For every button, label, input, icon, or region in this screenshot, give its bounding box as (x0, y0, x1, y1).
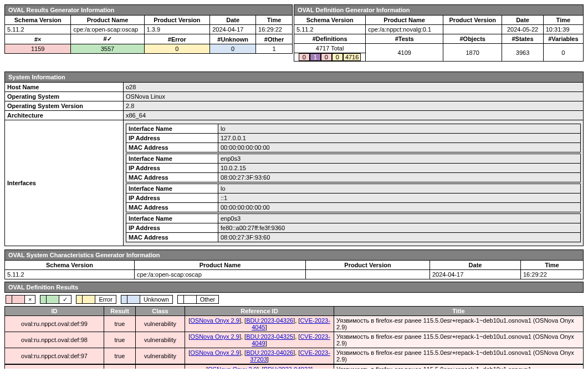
val-version (306, 270, 430, 279)
legend-other-label: Other (197, 296, 219, 303)
legend-error-label: Error (95, 296, 115, 303)
count-unknown: 0 (210, 44, 256, 54)
col-count-check: #✓ (71, 34, 144, 44)
mini-c: 0 (321, 53, 332, 61)
legend-unknown: Unknown (121, 295, 173, 304)
col-date: Date (502, 16, 543, 25)
col-ref: Reference ID (185, 307, 334, 316)
iface-ip-key: IP Address (126, 194, 218, 203)
arch-val: x86_64 (124, 111, 584, 120)
iface-name-key: Interface Name (126, 154, 218, 164)
mini-counts: 0 1 0 0 4716 (294, 53, 365, 61)
col-objects: #Objects (443, 34, 502, 44)
ref-link[interactable]: BDU:2023-04026 (246, 349, 293, 356)
iface-mac-val: 00:00:00:00:00:00 (218, 143, 581, 152)
iface-name-key: Interface Name (126, 184, 218, 194)
partial-refs: [OSNova Onyx 2.9], [BDU:2023-04023] (185, 365, 334, 369)
ref-link[interactable]: BDU:2023-04325 (246, 333, 293, 340)
col-defs: #Definitions (294, 34, 366, 44)
col-version: Product Version (443, 16, 502, 25)
legend-x-label: × (25, 296, 35, 303)
results-partial-row: [OSNova Onyx 2.9], [BDU:2023-04023] Уязв… (4, 364, 584, 369)
val-date: 2024-05-22 (502, 25, 543, 34)
iface-name-val: enp0s3 (218, 214, 581, 223)
host-key: Host Name (5, 83, 124, 92)
val-time: 16:29:22 (521, 270, 584, 279)
iface-table: Interface Name lo IP Address 127.0.0.1 M… (126, 124, 581, 152)
col-result: Result (104, 307, 136, 316)
iface-mac-key: MAC Address (126, 143, 218, 152)
partial-id (5, 365, 104, 369)
swatch-yellow2 (83, 296, 95, 303)
partial-result (104, 365, 136, 369)
col-states: #States (502, 34, 543, 44)
iface-mac-key: MAC Address (126, 203, 218, 212)
val-schema: 5.11.2 (5, 270, 135, 279)
col-time: Time (543, 16, 583, 25)
ref-link[interactable]: BDU:2023-04023 (264, 366, 311, 369)
row-class: vulnerability (136, 316, 185, 332)
mini-d: 0 (332, 53, 343, 61)
iface-ip-val: 10.0.2.15 (218, 164, 581, 173)
system-info-title: System Information (5, 72, 584, 83)
iface-name-val: lo (218, 184, 581, 194)
iface-name-val: enp0s3 (218, 154, 581, 164)
val-version (443, 25, 502, 34)
ref-link[interactable]: OSNova Onyx 2.9 (190, 349, 239, 356)
col-date: Date (210, 16, 256, 25)
iface-table: Interface Name enp0s3 IP Address 10.0.2.… (126, 154, 581, 182)
row-result: true (104, 316, 136, 332)
ifaces-cell: Interface Name lo IP Address 127.0.0.1 M… (124, 120, 584, 246)
iface-name-val: lo (218, 124, 581, 134)
swatch-blue2 (127, 296, 140, 303)
swatch-blue (121, 296, 127, 303)
iface-mac-key: MAC Address (126, 173, 218, 182)
mini-e: 4716 (343, 53, 361, 61)
legend-error: Error (76, 295, 116, 304)
count-other: 1 (256, 44, 293, 54)
legend-other: Other (177, 295, 219, 304)
count-vars: 0 (543, 44, 583, 62)
val-time: 10:31:39 (543, 25, 583, 34)
iface-name-key: Interface Name (126, 214, 218, 223)
swatch-pink (6, 296, 12, 303)
val-product: cpe:/a:open-scap:oscap (135, 270, 306, 279)
col-schema: Schema Version (294, 16, 366, 25)
partial-title: Уязвимость в firefox-esr ранее 115.5.0es… (334, 365, 584, 369)
ref-link[interactable]: OSNova Onyx 2.9 (208, 366, 257, 369)
ref-link[interactable]: OSNova Onyx 2.9 (190, 317, 239, 324)
row-refs: [OSNova Onyx 2.9], [BDU:2023-04325], [CV… (185, 332, 334, 348)
mini-b: 1 (310, 53, 321, 61)
val-date: 2024-04-17 (210, 25, 256, 34)
col-schema: Schema Version (5, 16, 71, 25)
ref-link[interactable]: OSNova Onyx 2.9 (190, 333, 239, 340)
syschar-title: OVAL System Characteristics Generator In… (5, 250, 584, 261)
iface-mac-val: 08:00:27:3F:93:60 (218, 233, 581, 242)
col-id: ID (5, 307, 104, 316)
col-version: Product Version (144, 16, 210, 25)
val-product: cpe:/a:open-scap:oscap (71, 25, 144, 34)
col-vars: #Variables (543, 34, 583, 44)
legend-unknown-label: Unknown (140, 296, 172, 303)
host-val: o28 (124, 83, 584, 92)
defresults-title: OVAL Definition Results (4, 282, 584, 293)
syschar-table: OVAL System Characteristics Generator In… (4, 249, 584, 279)
legend-check-label: ✓ (59, 296, 71, 303)
result-row: oval:ru.nppct.oval:def:97 true vulnerabi… (5, 348, 584, 364)
iface-table: Interface Name enp0s3 IP Address fe80::a… (126, 213, 581, 242)
os-val: OSNova Linux (124, 92, 584, 101)
swatch-green (40, 296, 47, 303)
count-tests: 4109 (366, 44, 443, 62)
swatch-yellow (76, 296, 83, 303)
legend-x: × (6, 295, 35, 304)
partial-class (136, 365, 185, 369)
ref-link[interactable]: BDU:2023-04326 (246, 317, 293, 324)
os-key: Operating System (5, 92, 124, 101)
row-refs: [OSNova Onyx 2.9], [BDU:2023-04026], [CV… (185, 348, 334, 364)
row-class: vulnerability (136, 332, 185, 348)
swatch-white (178, 296, 184, 303)
row-id: oval:ru.nppct.oval:def:98 (5, 332, 104, 348)
col-class: Class (136, 307, 185, 316)
iface-mac-val: 08:00:27:3F:93:60 (218, 173, 581, 182)
row-title: Уязвимость в firefox-esr ранее 115.5.0es… (334, 316, 584, 332)
